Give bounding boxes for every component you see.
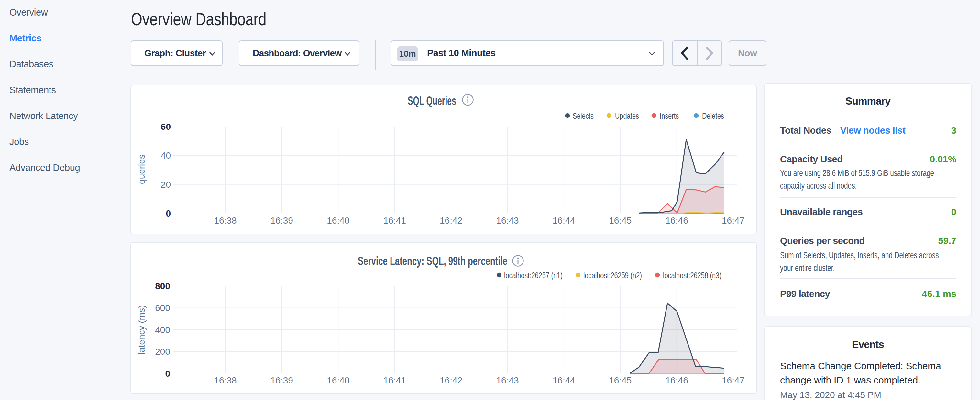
- svg-text:localhost:26259 (n2): localhost:26259 (n2): [583, 271, 642, 280]
- svg-text:16:41: 16:41: [383, 215, 406, 226]
- svg-text:16:47: 16:47: [722, 215, 745, 226]
- svg-text:queries: queries: [137, 155, 146, 184]
- svg-text:16:46: 16:46: [665, 375, 688, 386]
- svg-text:16:42: 16:42: [440, 215, 462, 226]
- svg-text:SQL Queries: SQL Queries: [408, 94, 456, 107]
- svg-text:400: 400: [155, 325, 170, 335]
- svg-text:60: 60: [161, 122, 171, 132]
- svg-text:0: 0: [165, 209, 171, 218]
- svg-text:Inserts: Inserts: [660, 111, 679, 121]
- svg-text:16:41: 16:41: [383, 375, 406, 386]
- svg-text:200: 200: [155, 347, 170, 357]
- svg-text:Selects: Selects: [573, 111, 594, 121]
- svg-text:localhost:26257 (n1): localhost:26257 (n1): [504, 271, 563, 280]
- svg-text:16:38: 16:38: [214, 375, 237, 386]
- svg-text:600: 600: [155, 303, 170, 313]
- svg-text:Deletes: Deletes: [702, 111, 724, 121]
- svg-text:16:46: 16:46: [665, 215, 688, 226]
- svg-text:16:42: 16:42: [440, 375, 462, 386]
- svg-text:Service Latency: SQL, 99th per: Service Latency: SQL, 99th percentile: [358, 254, 507, 268]
- svg-text:16:39: 16:39: [270, 215, 293, 226]
- svg-text:latency (ms): latency (ms): [137, 305, 146, 354]
- svg-text:localhost:26258 (n3): localhost:26258 (n3): [663, 271, 721, 280]
- svg-text:0: 0: [165, 369, 170, 379]
- svg-text:16:44: 16:44: [553, 215, 575, 226]
- svg-text:16:39: 16:39: [270, 375, 293, 386]
- svg-text:16:43: 16:43: [496, 215, 519, 226]
- svg-text:16:47: 16:47: [722, 375, 745, 386]
- svg-text:40: 40: [161, 150, 171, 161]
- svg-text:16:40: 16:40: [327, 215, 349, 226]
- svg-text:16:38: 16:38: [214, 215, 237, 226]
- svg-text:16:40: 16:40: [327, 375, 349, 386]
- svg-text:16:45: 16:45: [609, 215, 632, 226]
- svg-text:16:45: 16:45: [609, 375, 632, 386]
- svg-text:Updates: Updates: [615, 111, 639, 121]
- svg-text:800: 800: [155, 281, 170, 291]
- svg-text:16:43: 16:43: [496, 375, 519, 386]
- svg-text:16:44: 16:44: [553, 375, 575, 386]
- svg-text:20: 20: [161, 180, 171, 190]
